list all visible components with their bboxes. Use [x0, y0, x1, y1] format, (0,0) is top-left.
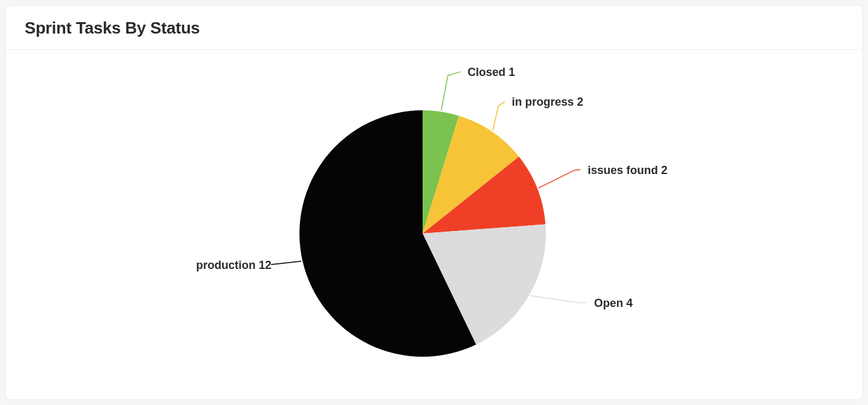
- sprint-status-card: Sprint Tasks By Status Closed 1in progre…: [5, 5, 863, 400]
- card-title: Sprint Tasks By Status: [25, 18, 843, 38]
- pie-chart: Closed 1in progress 2issues found 2Open …: [6, 50, 862, 392]
- pie-slice-label: in progress 2: [512, 96, 583, 109]
- pie-leader-line: [538, 170, 581, 188]
- pie-leader-line: [441, 72, 461, 110]
- pie-slice-label: Closed 1: [468, 66, 515, 79]
- pie-slice-label: Open 4: [594, 297, 633, 310]
- pie-slice-label: production 12: [170, 259, 271, 272]
- pie-chart-svg: [6, 50, 862, 392]
- pie-leader-line: [493, 101, 505, 130]
- card-header: Sprint Tasks By Status: [6, 6, 862, 50]
- pie-leader-line: [530, 296, 586, 302]
- pie-slice-label: issues found 2: [588, 164, 667, 177]
- pie-leader-line: [271, 261, 301, 265]
